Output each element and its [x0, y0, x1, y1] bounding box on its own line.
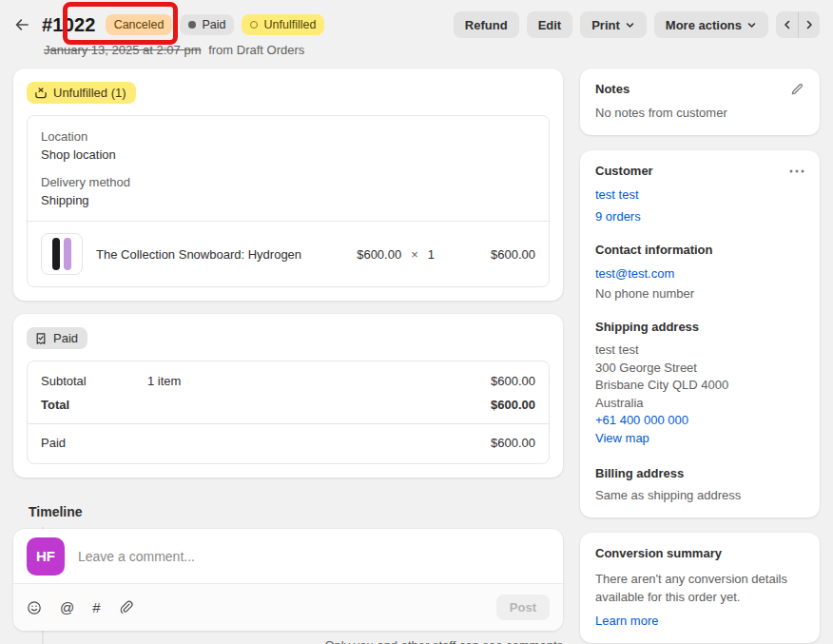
more-actions-button[interactable]: More actions: [654, 11, 768, 38]
customer-card: Customer test test 9 orders Contact info…: [580, 150, 820, 517]
paid-amount: $600.00: [491, 436, 535, 450]
delivery-method-value: Shipping: [41, 191, 535, 209]
payment-card: Paid Subtotal 1 item $600.00 Total $600.…: [13, 314, 563, 478]
canceled-badge-label: Canceled: [114, 17, 165, 32]
mention-button[interactable]: @: [60, 599, 74, 615]
comment-composer: HF @ #: [13, 529, 563, 631]
timeline-title: Timeline: [29, 504, 563, 519]
order-detail-page: #1022 Canceled Paid Unfulfilled Refund E…: [0, 0, 833, 644]
billing-address-text: Same as shipping address: [595, 488, 804, 502]
snowboard-image-dark: [52, 238, 60, 270]
total-label: Total: [41, 398, 147, 412]
snowboard-image-purple: [64, 238, 71, 270]
chevron-down-icon: [625, 20, 635, 30]
subtotal-row: Subtotal 1 item $600.00: [28, 369, 549, 393]
notes-card: Notes No notes from customer: [580, 68, 820, 135]
refund-button[interactable]: Refund: [454, 11, 519, 38]
hashtag-button[interactable]: #: [92, 599, 100, 615]
location-label: Location: [41, 127, 535, 146]
no-phone-text: No phone number: [595, 286, 804, 301]
paperclip-icon: [119, 600, 133, 615]
chevron-right-icon: [804, 19, 815, 30]
print-button-label: Print: [591, 18, 620, 32]
shipping-address-line: Brisbane City QLD 4000: [595, 377, 804, 395]
back-button[interactable]: [13, 13, 42, 36]
fulfillment-details-box: Location Shop location Delivery method S…: [27, 115, 550, 287]
staff-avatar: HF: [27, 537, 65, 576]
conversion-summary-text: There aren't any conversion details avai…: [595, 570, 804, 606]
order-date-struck: January 13, 2025 at 2:07 pm: [44, 43, 202, 57]
view-map-link[interactable]: View map: [595, 430, 649, 448]
delivery-method-label: Delivery method: [41, 173, 535, 191]
notes-title: Notes: [595, 82, 630, 96]
edit-notes-button[interactable]: [790, 82, 804, 96]
learn-more-link[interactable]: Learn more: [595, 614, 658, 628]
contact-information-heading: Contact information: [595, 243, 804, 257]
unfulfilled-status-pill: Unfulfilled (1): [27, 82, 136, 104]
next-order-button[interactable]: [798, 11, 820, 38]
attach-file-button[interactable]: [119, 600, 133, 615]
paid-row: Paid $600.00: [28, 424, 549, 463]
subtotal-amount: $600.00: [491, 374, 535, 388]
product-name-link[interactable]: The Collection Snowboard: Hydrogen: [96, 247, 343, 262]
unfulfilled-pill-label: Unfulfilled (1): [53, 86, 126, 100]
order-date-line: January 13, 2025 at 2:07 pm from Draft O…: [44, 43, 820, 57]
customer-title: Customer: [595, 164, 653, 178]
main-column: Unfulfilled (1) Location Shop location D…: [13, 68, 563, 644]
subtotal-detail: 1 item: [147, 374, 491, 388]
customer-orders-link[interactable]: 9 orders: [595, 209, 641, 224]
comment-visibility-note: Only you and other staff can see comment…: [13, 638, 563, 644]
billing-address-heading: Billing address: [595, 466, 804, 480]
unit-price: $600.00: [357, 247, 401, 262]
customer-name-link[interactable]: test test: [595, 187, 639, 202]
paid-label: Paid: [41, 436, 66, 450]
unfulfilled-badge-label: Unfulfilled: [263, 17, 316, 32]
shipping-address-line: Australia: [595, 395, 804, 413]
arrow-left-icon: [13, 16, 30, 33]
order-number-title: #1022: [42, 14, 96, 36]
shipping-address-block: test test 300 George Street Brisbane Cit…: [595, 342, 804, 447]
overflow-menu-icon: [789, 169, 804, 173]
shipping-address-line: 300 George Street: [595, 360, 804, 378]
customer-email-link[interactable]: test@test.com: [595, 266, 674, 281]
receipt-check-icon: [34, 332, 48, 345]
print-button[interactable]: Print: [580, 11, 647, 38]
customer-phone-link[interactable]: +61 400 000 000: [595, 412, 688, 430]
post-comment-button[interactable]: Post: [496, 595, 550, 620]
total-amount: $600.00: [491, 398, 535, 412]
paid-pill-label: Paid: [53, 331, 78, 345]
paid-badge-label: Paid: [202, 17, 225, 32]
fulfillment-card: Unfulfilled (1) Location Shop location D…: [13, 68, 563, 301]
subtotal-label: Subtotal: [41, 374, 147, 388]
timeline-section: Timeline HF @ #: [13, 504, 563, 644]
comment-input[interactable]: [78, 549, 550, 564]
line-item-total: $600.00: [476, 247, 535, 262]
more-actions-label: More actions: [666, 18, 742, 32]
conversion-summary-card: Conversion summary There aren't any conv…: [580, 533, 820, 643]
status-badges: Canceled Paid Unfulfilled: [106, 14, 325, 35]
product-thumbnail: [41, 233, 83, 275]
hash-icon: #: [92, 599, 100, 615]
previous-order-button[interactable]: [776, 11, 798, 38]
chevron-down-icon: [746, 20, 757, 30]
unfulfilled-badge: Unfulfilled: [242, 14, 324, 35]
price-quantity: $600.00 × 1: [357, 247, 435, 262]
customer-menu-button[interactable]: [789, 169, 804, 173]
edit-button[interactable]: Edit: [527, 11, 573, 38]
order-header: #1022 Canceled Paid Unfulfilled Refund E…: [0, 0, 833, 67]
emoji-button[interactable]: [27, 600, 42, 615]
conversion-summary-title: Conversion summary: [595, 546, 722, 560]
order-source: from Draft Orders: [208, 43, 304, 57]
open-dot-icon: [250, 21, 258, 29]
total-row: Total $600.00: [28, 393, 549, 423]
at-sign-icon: @: [60, 599, 74, 615]
notes-empty-text: No notes from customer: [595, 106, 804, 120]
smiley-icon: [27, 600, 42, 615]
payment-details-box: Subtotal 1 item $600.00 Total $600.00 Pa…: [27, 361, 550, 464]
quantity-value: 1: [428, 247, 435, 262]
paid-badge: Paid: [180, 14, 234, 35]
header-actions: Refund Edit Print More actions: [454, 11, 820, 38]
shipping-address-line: test test: [595, 342, 804, 360]
side-column: Notes No notes from customer Customer te…: [580, 68, 820, 643]
line-item-row: The Collection Snowboard: Hydrogen $600.…: [28, 222, 549, 286]
